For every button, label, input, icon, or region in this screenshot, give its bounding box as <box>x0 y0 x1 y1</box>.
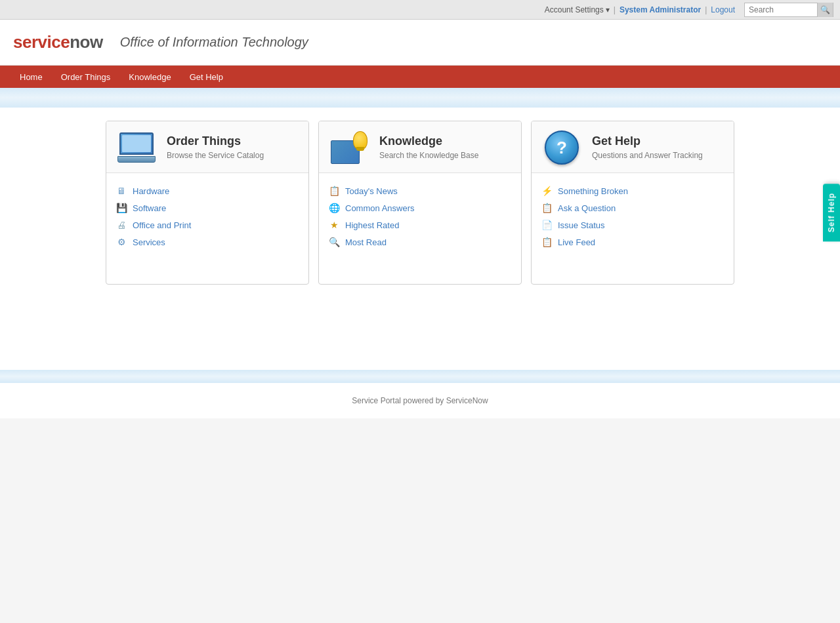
order-things-links: 🖥 Hardware 💾 Software 🖨 Office and Print… <box>106 173 308 260</box>
search-button[interactable]: 🔍 <box>817 3 833 17</box>
status-icon: 📄 <box>541 220 553 230</box>
laptop-icon <box>117 132 156 163</box>
hardware-icon: 🖥 <box>116 186 127 196</box>
ask-icon: 📋 <box>541 203 553 213</box>
logo-now-text: now <box>70 32 103 52</box>
software-link[interactable]: 💾 Software <box>116 199 299 216</box>
office-print-link[interactable]: 🖨 Office and Print <box>116 216 299 233</box>
servicenow-logo: servicenow <box>13 32 103 52</box>
star-icon: ★ <box>328 220 340 230</box>
nav-item-get-help[interactable]: Get Help <box>180 66 232 88</box>
question-mark-icon: ? <box>545 131 579 165</box>
get-help-icon: ? <box>541 131 583 165</box>
knowledge-text: Knowledge Search the Knowledge Base <box>379 134 478 161</box>
separator2: | <box>705 5 707 14</box>
something-broken-link[interactable]: ⚡ Something Broken <box>541 182 724 199</box>
common-answers-link[interactable]: 🌐 Common Answers <box>328 199 512 216</box>
broken-icon: ⚡ <box>541 186 553 196</box>
get-help-text: Get Help Questions and Answer Tracking <box>592 134 703 161</box>
software-label: Software <box>133 203 166 213</box>
nav-item-order-things[interactable]: Order Things <box>52 66 120 88</box>
account-settings[interactable]: Account Settings ▾ <box>545 5 610 14</box>
nav-item-home[interactable]: Home <box>10 66 52 88</box>
page-header: servicenow Office of Information Technol… <box>0 20 840 66</box>
self-help-label: Self Help <box>827 193 836 232</box>
sys-admin-link[interactable]: System Administrator <box>620 5 701 14</box>
knowledge-title: Knowledge <box>379 134 478 148</box>
ask-question-link[interactable]: 📋 Ask a Question <box>541 199 724 216</box>
print-icon: 🖨 <box>116 220 127 230</box>
main-content: Order Things Browse the Service Catalog … <box>0 108 840 370</box>
knowledge-header: Knowledge Search the Knowledge Base <box>319 121 521 173</box>
hardware-link[interactable]: 🖥 Hardware <box>116 182 299 199</box>
highest-rated-link[interactable]: ★ Highest Rated <box>328 216 512 233</box>
services-label: Services <box>133 237 165 247</box>
nav-item-knowledge[interactable]: Knowledge <box>119 66 180 88</box>
laptop-keyboard <box>117 156 156 163</box>
page-footer: Service Portal powered by ServiceNow <box>0 383 840 418</box>
order-things-subtitle: Browse the Service Catalog <box>167 150 264 161</box>
highest-rated-label: Highest Rated <box>345 220 399 230</box>
software-icon: 💾 <box>116 203 127 213</box>
footer-text: Service Portal powered by ServiceNow <box>352 396 488 405</box>
get-help-card: ? Get Help Questions and Answer Tracking… <box>531 121 734 285</box>
magnify-icon: 🔍 <box>328 237 340 247</box>
order-things-header: Order Things Browse the Service Catalog <box>106 121 308 173</box>
live-feed-link[interactable]: 📋 Live Feed <box>541 233 724 251</box>
top-bar: Account Settings ▾ | System Administrato… <box>0 0 840 20</box>
knowledge-icon <box>328 131 370 165</box>
separator: | <box>614 5 616 14</box>
something-broken-label: Something Broken <box>558 186 628 196</box>
ask-question-label: Ask a Question <box>558 203 616 213</box>
issue-status-link[interactable]: 📄 Issue Status <box>541 216 724 233</box>
common-answers-label: Common Answers <box>345 203 414 213</box>
self-help-tab[interactable]: Self Help <box>823 184 840 241</box>
most-read-label: Most Read <box>345 237 387 247</box>
logo-service-text: service <box>13 32 70 52</box>
get-help-links: ⚡ Something Broken 📋 Ask a Question 📄 Is… <box>532 173 734 260</box>
laptop-screen-inner <box>122 135 151 152</box>
most-read-link[interactable]: 🔍 Most Read <box>328 233 512 251</box>
laptop-screen <box>119 132 154 155</box>
top-banner <box>0 88 840 108</box>
todays-news-label: Today's News <box>345 186 398 196</box>
todays-news-link[interactable]: 📋 Today's News <box>328 182 512 199</box>
order-things-icon <box>116 131 158 165</box>
cards-container: Order Things Browse the Service Catalog … <box>85 121 755 285</box>
search-wrapper: 🔍 <box>744 3 833 17</box>
feed-icon: 📋 <box>541 237 553 247</box>
logout-link[interactable]: Logout <box>711 5 735 14</box>
get-help-header: ? Get Help Questions and Answer Tracking <box>532 121 734 173</box>
hardware-label: Hardware <box>133 186 169 196</box>
issue-status-label: Issue Status <box>558 220 605 230</box>
services-icon: ⚙ <box>116 237 127 247</box>
nav-bar: Home Order Things Knowledge Get Help <box>0 66 840 88</box>
news-icon: 📋 <box>328 186 340 196</box>
order-things-title: Order Things <box>167 134 264 148</box>
services-link[interactable]: ⚙ Services <box>116 233 299 251</box>
knowledge-links: 📋 Today's News 🌐 Common Answers ★ Highes… <box>319 173 521 260</box>
knowledge-card: Knowledge Search the Knowledge Base 📋 To… <box>318 121 522 285</box>
account-settings-chevron: ▾ <box>606 5 610 14</box>
order-things-text: Order Things Browse the Service Catalog <box>167 134 264 161</box>
knowledge-subtitle: Search the Knowledge Base <box>379 150 478 161</box>
order-things-card: Order Things Browse the Service Catalog … <box>106 121 309 285</box>
get-help-title: Get Help <box>592 134 703 148</box>
book-bulb-icon <box>331 131 368 164</box>
account-settings-label: Account Settings <box>545 5 604 14</box>
live-feed-label: Live Feed <box>558 237 595 247</box>
page-title: Office of Information Technology <box>120 35 308 50</box>
get-help-subtitle: Questions and Answer Tracking <box>592 150 703 161</box>
search-input[interactable] <box>745 4 817 16</box>
globe-icon: 🌐 <box>328 203 340 213</box>
bulb-base-icon <box>356 147 364 151</box>
office-print-label: Office and Print <box>133 220 191 230</box>
bottom-banner <box>0 370 840 383</box>
